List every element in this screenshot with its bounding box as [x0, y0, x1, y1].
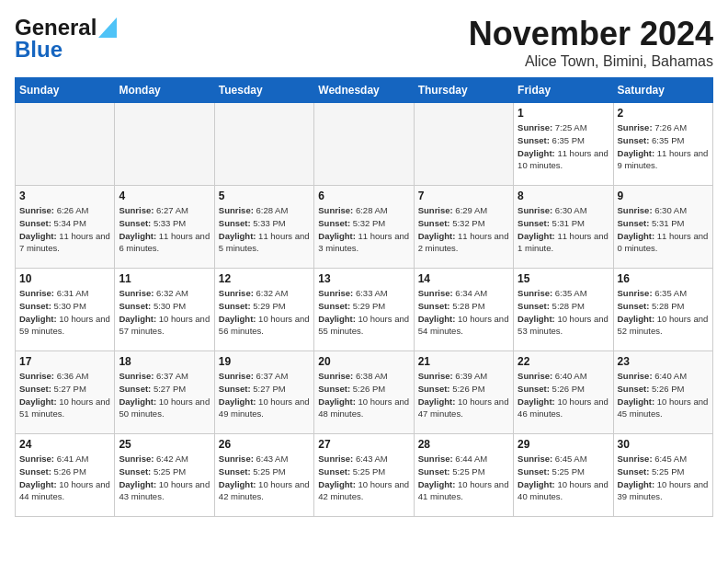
day-info: Sunrise: 6:41 AMSunset: 5:26 PMDaylight:… — [19, 453, 110, 503]
calendar-cell: 17Sunrise: 6:36 AMSunset: 5:27 PMDayligh… — [16, 351, 115, 434]
day-info: Sunrise: 6:39 AMSunset: 5:26 PMDaylight:… — [418, 370, 509, 420]
calendar-table: SundayMondayTuesdayWednesdayThursdayFrid… — [15, 77, 713, 517]
weekday-header: Tuesday — [214, 78, 313, 103]
day-number: 19 — [219, 355, 310, 368]
day-info: Sunrise: 6:45 AMSunset: 5:25 PMDaylight:… — [518, 453, 609, 503]
day-info: Sunrise: 6:44 AMSunset: 5:25 PMDaylight:… — [418, 453, 509, 503]
logo-icon — [98, 17, 117, 38]
month-title: November 2024 — [469, 15, 713, 53]
day-number: 5 — [219, 190, 310, 202]
day-number: 3 — [19, 190, 110, 202]
day-number: 23 — [618, 355, 709, 368]
calendar-cell: 4Sunrise: 6:27 AMSunset: 5:33 PMDaylight… — [115, 186, 214, 269]
day-number: 8 — [518, 190, 609, 202]
day-info: Sunrise: 7:26 AMSunset: 6:35 PMDaylight:… — [618, 121, 709, 172]
day-number: 7 — [418, 190, 509, 202]
weekday-header: Friday — [514, 78, 613, 103]
day-info: Sunrise: 6:38 AMSunset: 5:26 PMDaylight:… — [318, 370, 409, 420]
day-info: Sunrise: 6:35 AMSunset: 5:28 PMDaylight:… — [518, 287, 609, 338]
calendar-cell: 30Sunrise: 6:45 AMSunset: 5:25 PMDayligh… — [613, 434, 712, 517]
day-number: 12 — [219, 272, 310, 285]
day-number: 15 — [518, 272, 609, 285]
calendar-cell: 22Sunrise: 6:40 AMSunset: 5:26 PMDayligh… — [514, 351, 613, 434]
day-info: Sunrise: 6:28 AMSunset: 5:33 PMDaylight:… — [219, 204, 310, 255]
day-number: 1 — [518, 107, 609, 120]
day-number: 9 — [618, 190, 709, 202]
day-info: Sunrise: 6:31 AMSunset: 5:30 PMDaylight:… — [19, 287, 110, 338]
calendar-cell — [414, 103, 513, 186]
location-title: Alice Town, Bimini, Bahamas — [469, 53, 713, 70]
calendar-cell: 28Sunrise: 6:44 AMSunset: 5:25 PMDayligh… — [414, 434, 513, 517]
calendar-cell: 15Sunrise: 6:35 AMSunset: 5:28 PMDayligh… — [514, 269, 613, 351]
calendar-cell: 3Sunrise: 6:26 AMSunset: 5:34 PMDaylight… — [16, 186, 115, 269]
calendar-cell — [115, 103, 214, 186]
day-info: Sunrise: 6:29 AMSunset: 5:32 PMDaylight:… — [418, 204, 509, 255]
calendar-cell: 1Sunrise: 7:25 AMSunset: 6:35 PMDaylight… — [514, 103, 613, 186]
day-info: Sunrise: 6:32 AMSunset: 5:29 PMDaylight:… — [219, 287, 310, 338]
title-block: November 2024 Alice Town, Bimini, Bahama… — [469, 15, 713, 70]
day-number: 18 — [119, 355, 210, 368]
day-number: 21 — [418, 355, 509, 368]
calendar-cell: 19Sunrise: 6:37 AMSunset: 5:27 PMDayligh… — [214, 351, 313, 434]
header: General Blue November 2024 Alice Town, B… — [15, 15, 713, 70]
calendar-cell — [16, 103, 115, 186]
day-number: 26 — [219, 438, 310, 451]
calendar-cell: 11Sunrise: 6:32 AMSunset: 5:30 PMDayligh… — [115, 269, 214, 351]
day-number: 22 — [518, 355, 609, 368]
day-number: 10 — [19, 272, 110, 285]
day-number: 20 — [318, 355, 409, 368]
calendar-week-row: 17Sunrise: 6:36 AMSunset: 5:27 PMDayligh… — [16, 351, 713, 434]
day-info: Sunrise: 6:26 AMSunset: 5:34 PMDaylight:… — [19, 204, 110, 255]
day-number: 29 — [518, 438, 609, 451]
day-number: 14 — [418, 272, 509, 285]
svg-marker-0 — [98, 17, 117, 38]
calendar-cell: 27Sunrise: 6:43 AMSunset: 5:25 PMDayligh… — [314, 434, 414, 517]
day-number: 17 — [19, 355, 110, 368]
day-info: Sunrise: 6:34 AMSunset: 5:28 PMDaylight:… — [418, 287, 509, 338]
calendar-week-row: 1Sunrise: 7:25 AMSunset: 6:35 PMDaylight… — [16, 103, 713, 186]
day-info: Sunrise: 7:25 AMSunset: 6:35 PMDaylight:… — [518, 121, 609, 172]
calendar-cell: 7Sunrise: 6:29 AMSunset: 5:32 PMDaylight… — [414, 186, 513, 269]
day-info: Sunrise: 6:40 AMSunset: 5:26 PMDaylight:… — [518, 370, 609, 420]
calendar-cell: 12Sunrise: 6:32 AMSunset: 5:29 PMDayligh… — [214, 269, 313, 351]
day-number: 27 — [318, 438, 409, 451]
day-info: Sunrise: 6:32 AMSunset: 5:30 PMDaylight:… — [119, 287, 210, 338]
weekday-header: Thursday — [414, 78, 513, 103]
day-info: Sunrise: 6:40 AMSunset: 5:26 PMDaylight:… — [618, 370, 709, 420]
day-info: Sunrise: 6:35 AMSunset: 5:28 PMDaylight:… — [618, 287, 709, 338]
logo: General Blue — [15, 15, 117, 63]
weekday-header: Wednesday — [314, 78, 414, 103]
calendar-cell: 9Sunrise: 6:30 AMSunset: 5:31 PMDaylight… — [613, 186, 712, 269]
day-info: Sunrise: 6:30 AMSunset: 5:31 PMDaylight:… — [618, 204, 709, 255]
weekday-header: Monday — [115, 78, 214, 103]
calendar-week-row: 24Sunrise: 6:41 AMSunset: 5:26 PMDayligh… — [16, 434, 713, 517]
logo-blue: Blue — [15, 37, 63, 63]
day-number: 6 — [318, 190, 409, 202]
day-number: 4 — [119, 190, 210, 202]
day-info: Sunrise: 6:33 AMSunset: 5:29 PMDaylight:… — [318, 287, 409, 338]
calendar-cell: 29Sunrise: 6:45 AMSunset: 5:25 PMDayligh… — [514, 434, 613, 517]
calendar-cell: 2Sunrise: 7:26 AMSunset: 6:35 PMDaylight… — [613, 103, 712, 186]
day-number: 2 — [618, 107, 709, 120]
calendar-cell: 21Sunrise: 6:39 AMSunset: 5:26 PMDayligh… — [414, 351, 513, 434]
day-info: Sunrise: 6:27 AMSunset: 5:33 PMDaylight:… — [119, 204, 210, 255]
day-info: Sunrise: 6:42 AMSunset: 5:25 PMDaylight:… — [119, 453, 210, 503]
day-info: Sunrise: 6:43 AMSunset: 5:25 PMDaylight:… — [318, 453, 409, 503]
weekday-header: Saturday — [613, 78, 712, 103]
calendar-cell: 25Sunrise: 6:42 AMSunset: 5:25 PMDayligh… — [115, 434, 214, 517]
calendar-cell: 6Sunrise: 6:28 AMSunset: 5:32 PMDaylight… — [314, 186, 414, 269]
calendar-cell: 10Sunrise: 6:31 AMSunset: 5:30 PMDayligh… — [16, 269, 115, 351]
day-info: Sunrise: 6:43 AMSunset: 5:25 PMDaylight:… — [219, 453, 310, 503]
calendar-cell: 23Sunrise: 6:40 AMSunset: 5:26 PMDayligh… — [613, 351, 712, 434]
calendar-week-row: 3Sunrise: 6:26 AMSunset: 5:34 PMDaylight… — [16, 186, 713, 269]
calendar-header-row: SundayMondayTuesdayWednesdayThursdayFrid… — [16, 78, 713, 103]
calendar-cell: 8Sunrise: 6:30 AMSunset: 5:31 PMDaylight… — [514, 186, 613, 269]
day-info: Sunrise: 6:36 AMSunset: 5:27 PMDaylight:… — [19, 370, 110, 420]
calendar-cell: 14Sunrise: 6:34 AMSunset: 5:28 PMDayligh… — [414, 269, 513, 351]
day-number: 28 — [418, 438, 509, 451]
day-number: 11 — [119, 272, 210, 285]
day-info: Sunrise: 6:37 AMSunset: 5:27 PMDaylight:… — [119, 370, 210, 420]
calendar-cell — [214, 103, 313, 186]
day-info: Sunrise: 6:37 AMSunset: 5:27 PMDaylight:… — [219, 370, 310, 420]
calendar-cell: 26Sunrise: 6:43 AMSunset: 5:25 PMDayligh… — [214, 434, 313, 517]
